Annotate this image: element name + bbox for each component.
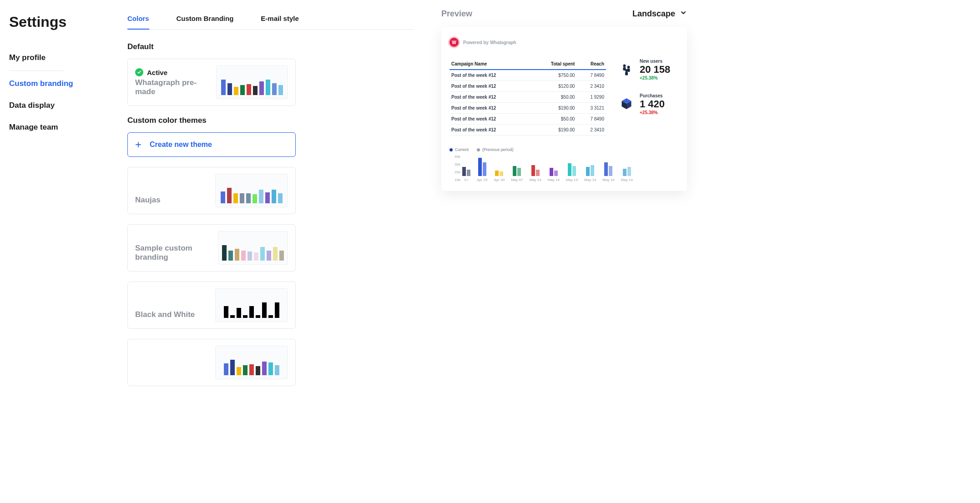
orientation-select[interactable]: Landscape <box>632 9 687 19</box>
orientation-value: Landscape <box>632 9 675 19</box>
cell-spent: $190.00 <box>530 103 576 114</box>
bar-group: May 14 <box>602 155 614 182</box>
cell-name: Post of the week #12 <box>450 70 530 81</box>
theme-thumb <box>215 288 288 322</box>
theme-card[interactable]: Naujas <box>127 167 296 214</box>
tab-custom-branding[interactable]: Custom Branding <box>177 9 234 30</box>
x-label: May 14 <box>621 178 633 182</box>
metric-label: New users <box>640 59 670 64</box>
tab-email-style[interactable]: E-mail style <box>261 9 298 30</box>
bar-group: May 14 <box>529 155 541 182</box>
metric-value: 1 420 <box>640 98 665 110</box>
default-section-label: Default <box>127 42 414 51</box>
legend-dot-icon <box>477 148 480 151</box>
theme-thumb <box>215 346 288 379</box>
theme-thumb <box>215 174 288 207</box>
preview-mini-chart: 40k30k20k10k 0 lApr 23Apr 30May 07May 14… <box>450 155 679 182</box>
x-label: May 14 <box>529 178 541 182</box>
legend-item: (Previous period) <box>477 147 514 152</box>
bar-group: May 07 <box>511 155 523 182</box>
bar-group: May 14 <box>621 155 633 182</box>
bar-group: May 14 <box>548 155 560 182</box>
cube-icon <box>620 97 633 111</box>
theme-card[interactable]: Sample custom branding <box>127 224 296 272</box>
y-ticks: 40k30k20k10k <box>450 155 460 182</box>
plus-icon: + <box>135 139 141 150</box>
preview-card: W Powered by Whatagraph Campaign Name To… <box>441 27 687 191</box>
legend-dot-icon <box>450 148 453 151</box>
cell-reach: 7 8490 <box>576 114 606 125</box>
theme-name: Sample custom branding <box>135 244 218 262</box>
theme-thumb <box>216 65 288 99</box>
theme-name: Whatagraph pre-made <box>135 78 216 96</box>
theme-thumb <box>218 231 288 265</box>
legend-item: Current <box>450 147 469 152</box>
tab-colors[interactable]: Colors <box>127 9 149 30</box>
table-row: Post of the week #12$120.002 3410 <box>450 81 606 92</box>
x-label: May 14 <box>602 178 614 182</box>
cell-reach: 1 9290 <box>576 92 606 103</box>
sidebar-item-data-display[interactable]: Data display <box>9 95 114 116</box>
x-label: May 14 <box>548 178 560 182</box>
metric-label: Purchases <box>640 93 665 98</box>
bar-group: May 14 <box>584 155 596 182</box>
bar-group: Apr 30 <box>494 155 505 182</box>
metric: New users20 158+25.38% <box>620 59 679 80</box>
sidebar: Settings My profile Custom branding Data… <box>9 9 114 503</box>
tabs: Colors Custom Branding E-mail style <box>127 9 414 30</box>
y-tick: 10k <box>450 178 460 182</box>
create-theme-button[interactable]: + Create new theme <box>127 132 296 157</box>
theme-name: Black and White <box>135 310 195 319</box>
table-col-campaign: Campaign Name <box>450 59 530 70</box>
legend-row: Current(Previous period) <box>450 147 679 152</box>
y-tick: 30k <box>450 162 460 166</box>
sidebar-item-custom-branding[interactable]: Custom branding <box>9 73 114 95</box>
x-label: Apr 30 <box>494 178 505 182</box>
cell-spent: $190.00 <box>530 125 576 136</box>
y-tick: 20k <box>450 170 460 174</box>
cell-name: Post of the week #12 <box>450 125 530 136</box>
metric-delta: +25.38% <box>640 75 670 80</box>
table-row: Post of the week #12$50.007 8490 <box>450 114 606 125</box>
theme-card-default[interactable]: Active Whatagraph pre-made <box>127 59 296 106</box>
brand-logo-icon: W <box>450 38 459 47</box>
table-row: Post of the week #12$190.003 3121 <box>450 103 606 114</box>
chevron-down-icon <box>680 9 687 19</box>
cell-name: Post of the week #12 <box>450 114 530 125</box>
sidebar-item-manage-team[interactable]: Manage team <box>9 116 114 138</box>
bar-group: Apr 23 <box>477 155 488 182</box>
table-col-reach: Reach <box>576 59 606 70</box>
theme-card[interactable]: Black and White <box>127 282 296 329</box>
create-theme-label: Create new theme <box>150 141 212 149</box>
x-label: May 14 <box>566 178 578 182</box>
svg-rect-5 <box>625 72 628 75</box>
brand-row: W Powered by Whatagraph <box>450 38 679 47</box>
cell-spent: $120.00 <box>530 81 576 92</box>
x-label: 0 l <box>465 178 468 182</box>
check-icon <box>135 68 143 76</box>
y-tick: 40k <box>450 155 460 159</box>
bar-groups: 0 lApr 23Apr 30May 07May 14May 14May 14M… <box>462 155 679 182</box>
theme-card[interactable] <box>127 339 296 386</box>
preview-title: Preview <box>441 9 472 19</box>
metric-delta: +25.38% <box>640 110 665 115</box>
custom-section-label: Custom color themes <box>127 116 414 125</box>
page-title: Settings <box>9 14 114 30</box>
table-col-spent: Total spent <box>530 59 576 70</box>
bar-group: 0 l <box>462 155 470 182</box>
svg-point-4 <box>625 69 628 72</box>
bar-group: May 14 <box>566 155 578 182</box>
brand-text: Powered by Whatagraph <box>463 40 516 45</box>
table-row: Post of the week #12$190.002 3410 <box>450 125 606 136</box>
sidebar-item-my-profile[interactable]: My profile <box>9 47 114 69</box>
cell-spent: $50.00 <box>530 92 576 103</box>
users-icon <box>620 62 633 77</box>
preview-table: Campaign Name Total spent Reach Post of … <box>450 59 606 136</box>
cell-spent: $750.00 <box>530 70 576 81</box>
active-badge: Active <box>135 68 216 76</box>
svg-point-2 <box>627 66 630 69</box>
cell-reach: 2 3410 <box>576 125 606 136</box>
legend-label: Current <box>455 147 469 152</box>
metric-value: 20 158 <box>640 64 670 75</box>
cell-reach: 3 3121 <box>576 103 606 114</box>
